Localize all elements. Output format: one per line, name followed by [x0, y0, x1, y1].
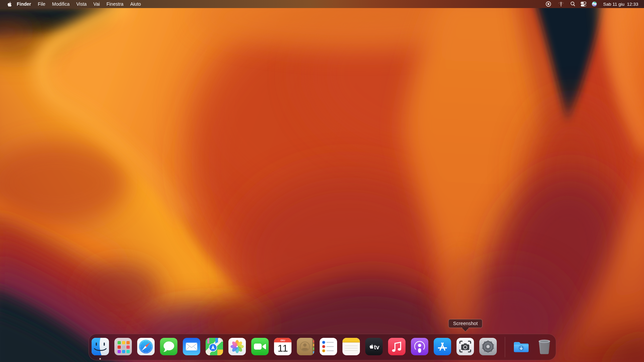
svg-text:GIU: GIU: [280, 339, 285, 342]
svg-text:11: 11: [277, 343, 288, 354]
svg-text:tv: tv: [374, 344, 379, 351]
svg-text:Screenshot: Screenshot: [453, 321, 478, 326]
